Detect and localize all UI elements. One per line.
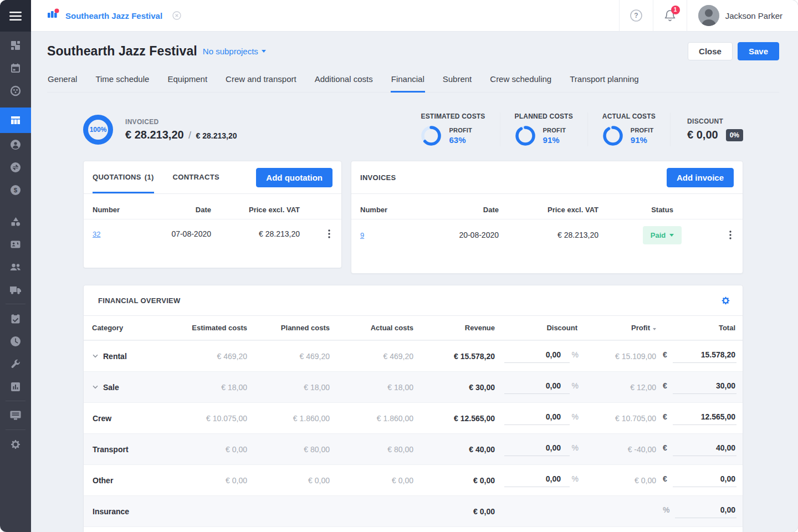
settings-icon[interactable]: [0, 433, 31, 456]
subprojects-label: No subprojects: [203, 47, 258, 56]
discount-unit: %: [571, 443, 579, 452]
tab-additional-costs[interactable]: Additional costs: [314, 70, 374, 93]
column-profit[interactable]: Profit: [579, 324, 657, 332]
add-invoice-button[interactable]: Add invoice: [667, 168, 734, 187]
project-tab[interactable]: Southearth Jazz Festival: [31, 8, 181, 23]
financial-overview-columns: Category Estimated costs Planned costs A…: [84, 316, 743, 340]
discount-input[interactable]: 0,00: [504, 380, 570, 394]
tasks-icon[interactable]: [0, 307, 31, 330]
quotation-number-link[interactable]: 32: [93, 230, 148, 238]
projects-icon[interactable]: [0, 108, 31, 133]
add-quotation-button[interactable]: Add quotation: [256, 168, 332, 187]
discount-input[interactable]: 0,00: [504, 411, 570, 425]
sort-icon: [653, 328, 656, 330]
estimated-value: € 10.075,00: [174, 414, 248, 423]
planned-value: € 0,00: [248, 476, 331, 485]
invoice-row: 9 20-08-2020 € 28.213,20 Paid: [351, 219, 743, 250]
crew-icon[interactable]: [0, 255, 31, 278]
finance-icon[interactable]: $: [0, 178, 31, 201]
documents-row: QUOTATIONS (1) CONTRACTS Add quotation N…: [83, 161, 743, 274]
column-revenue: Revenue: [415, 324, 496, 332]
invoice-status-dropdown[interactable]: Paid: [643, 226, 682, 244]
profit-value: € 12,00: [579, 383, 657, 392]
stats-row: 100% INVOICED € 28.213,20 / € 28.213,20 …: [83, 112, 743, 146]
profit-value: € 10.705,00: [579, 414, 657, 423]
close-tab-icon[interactable]: [172, 11, 181, 20]
table-row-crew: Crew € 10.075,00 € 1.860,00 € 1.860,00 €…: [84, 402, 743, 433]
tab-financial[interactable]: Financial: [391, 70, 425, 93]
discount-badge: 0%: [726, 129, 743, 141]
notifications-button[interactable]: 1: [653, 0, 687, 32]
transport-icon[interactable]: [0, 278, 31, 301]
subprojects-dropdown[interactable]: No subprojects: [203, 47, 266, 56]
category-label: Other: [93, 476, 113, 485]
estimated-value: € 469,20: [174, 352, 248, 361]
discount-amount: € 0,00: [687, 129, 718, 141]
revenue-value: € 40,00: [415, 445, 496, 454]
planned-value: € 469,20: [248, 352, 331, 361]
financial-overview-title: FINANCIAL OVERVIEW: [98, 296, 181, 305]
user-name: Jackson Parker: [725, 11, 782, 21]
sidebar-divider: [6, 304, 25, 304]
statistics-icon[interactable]: [0, 375, 31, 398]
help-button[interactable]: ?: [620, 0, 653, 32]
total-input[interactable]: 0,00: [675, 504, 736, 518]
workbench-icon[interactable]: [0, 404, 31, 427]
column-number: Number: [360, 206, 421, 214]
tab-subrent[interactable]: Subrent: [442, 70, 473, 93]
column-estimated-costs: Estimated costs: [174, 324, 248, 332]
tab-crew-scheduling[interactable]: Crew scheduling: [489, 70, 552, 93]
svg-text:$: $: [14, 187, 18, 193]
discount-input[interactable]: 0,00: [504, 349, 570, 363]
estimated-value: € 0,00: [174, 445, 248, 454]
invoiced-donut: 100%: [83, 115, 113, 145]
planned-value: € 1.860,00: [248, 414, 331, 423]
planned-costs-stat: PLANNED COSTS PROFIT 91%: [500, 112, 587, 146]
total-currency-prefix: €: [663, 443, 667, 452]
app-logo-icon: [47, 8, 60, 23]
quotations-tab[interactable]: QUOTATIONS (1): [93, 161, 154, 193]
svg-text:?: ?: [634, 12, 638, 19]
tab-equipment[interactable]: Equipment: [167, 70, 208, 93]
account-icon[interactable]: [0, 133, 31, 156]
calendar-icon[interactable]: [0, 57, 31, 79]
invoice-number-link[interactable]: 9: [360, 231, 421, 239]
tab-time-schedule[interactable]: Time schedule: [95, 70, 150, 93]
discount-input[interactable]: 0,00: [504, 442, 570, 456]
table-settings-gear-icon[interactable]: [721, 296, 730, 305]
tab-crew-and-transport[interactable]: Crew and transport: [225, 70, 297, 93]
actual-value: € 1.860,00: [331, 414, 415, 423]
profit-percent: 91%: [543, 135, 566, 145]
user-menu[interactable]: Jackson Parker: [687, 5, 798, 26]
quotation-date: 07-08-2020: [148, 229, 211, 238]
contracts-tab[interactable]: CONTRACTS: [173, 161, 219, 193]
total-input[interactable]: 0,00: [673, 473, 736, 487]
invoice-status-label: Paid: [651, 231, 666, 239]
chevron-down-icon[interactable]: [93, 385, 98, 389]
close-button[interactable]: Close: [688, 42, 733, 60]
discount-stat: DISCOUNT € 0,00 0%: [670, 112, 743, 146]
menu-icon[interactable]: [0, 0, 31, 32]
quotation-price: € 28.213,20: [211, 229, 300, 238]
kebab-menu-icon[interactable]: [326, 227, 332, 241]
profit-label: PROFIT: [631, 127, 654, 134]
total-input[interactable]: 15.578,20: [673, 349, 736, 363]
repair-icon[interactable]: [0, 352, 31, 375]
dashboard-icon[interactable]: [0, 34, 31, 57]
inventory-icon[interactable]: [0, 210, 31, 233]
kebab-menu-icon[interactable]: [727, 228, 734, 242]
discount-input[interactable]: 0,00: [504, 473, 570, 487]
column-price: Price excl. VAT: [211, 206, 300, 214]
total-input[interactable]: 40,00: [673, 442, 736, 456]
revenue-value: € 30,00: [415, 383, 496, 392]
chevron-down-icon[interactable]: [93, 354, 98, 358]
save-button[interactable]: Save: [738, 42, 779, 60]
tab-general[interactable]: General: [47, 70, 78, 93]
tab-transport-planning[interactable]: Transport planning: [569, 70, 640, 93]
total-input[interactable]: 12.565,00: [673, 411, 736, 425]
total-input[interactable]: 30,00: [673, 380, 736, 394]
record-icon[interactable]: [0, 79, 31, 102]
contacts-icon[interactable]: [0, 233, 31, 255]
transfer-icon[interactable]: [0, 156, 31, 178]
time-icon[interactable]: [0, 330, 31, 352]
